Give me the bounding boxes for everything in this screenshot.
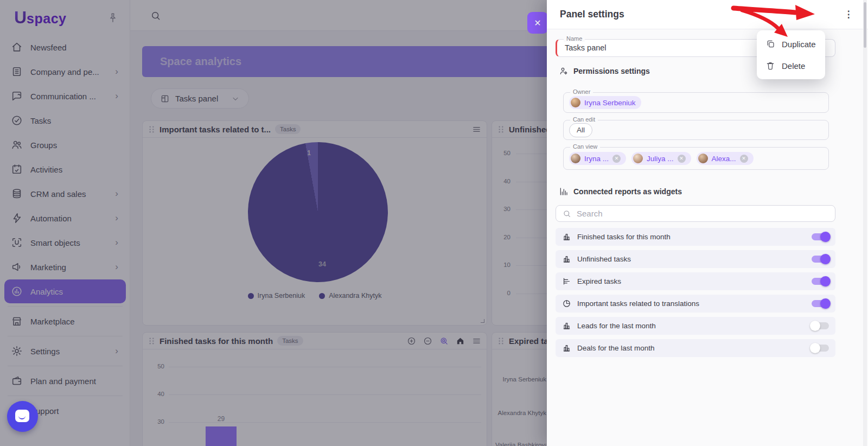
row-chart-icon xyxy=(562,277,571,286)
reports-search-input[interactable] xyxy=(556,205,835,222)
menu-item-duplicate[interactable]: Duplicate xyxy=(757,33,825,55)
bar-chart-icon xyxy=(559,187,569,196)
app-window: Uspacy NewsfeedCompany and pe...›Communi… xyxy=(0,0,868,446)
member-chip-iryna[interactable]: Iryna ...✕ xyxy=(569,152,626,165)
menu-item-label: Duplicate xyxy=(782,40,816,49)
report-toggle[interactable] xyxy=(812,345,829,352)
report-toggle[interactable] xyxy=(812,233,829,240)
report-toggle[interactable] xyxy=(812,256,829,263)
toggle-knob xyxy=(820,254,831,264)
report-label: Finished tasks for this month xyxy=(577,233,806,241)
permissions-section-heading: Permissions settings xyxy=(559,66,650,76)
report-row-unfinished-tasks: Unfinished tasks xyxy=(556,250,835,268)
owner-field[interactable]: Owner Iryna Serbeniuk xyxy=(563,92,829,113)
member-name: Juliya ... xyxy=(647,155,674,163)
user-settings-icon xyxy=(559,66,569,76)
panel-context-menu: DuplicateDelete xyxy=(757,30,825,79)
report-row-leads-for-the-last-month: Leads for the last month xyxy=(556,317,835,335)
report-row-deals-for-the-last-month: Deals for the last month xyxy=(556,339,835,357)
column-chart-icon xyxy=(562,321,571,330)
connected-reports-list: Finished tasks for this monthUnfinished … xyxy=(556,228,835,357)
avatar xyxy=(633,154,643,163)
reports-section-heading: Connected reports as widgets xyxy=(559,187,682,196)
member-name: Iryna Serbeniuk xyxy=(584,99,636,107)
report-label: Unfinished tasks xyxy=(577,255,806,263)
report-label: Leads for the last month xyxy=(577,322,806,330)
menu-item-label: Delete xyxy=(782,61,805,71)
remove-member-icon[interactable]: ✕ xyxy=(740,155,748,163)
chat-bubble-icon xyxy=(15,410,29,422)
close-panel-button[interactable]: ✕ xyxy=(527,12,548,34)
scrollbar-thumb[interactable] xyxy=(864,2,866,48)
toggle-knob xyxy=(810,343,820,353)
can-edit-field[interactable]: Can edit All xyxy=(563,120,829,140)
member-chip-juliya[interactable]: Juliya ...✕ xyxy=(631,152,691,165)
report-label: Important tasks related to translations xyxy=(577,300,806,308)
report-row-important-tasks-related-to-translations: Important tasks related to translations xyxy=(556,295,835,313)
member-chip-alexa[interactable]: Alexa...✕ xyxy=(697,152,754,165)
page-scrollbar[interactable] xyxy=(863,0,867,446)
remove-member-icon[interactable]: ✕ xyxy=(678,155,686,163)
pie-chart-icon xyxy=(562,299,571,308)
report-row-finished-tasks-for-this-month: Finished tasks for this month xyxy=(556,228,835,246)
avatar xyxy=(571,154,580,163)
avatar xyxy=(698,154,708,163)
kebab-menu-icon[interactable]: ⋮ xyxy=(842,8,855,21)
close-icon: ✕ xyxy=(534,18,541,28)
member-name: Alexa... xyxy=(712,155,736,163)
menu-item-delete[interactable]: Delete xyxy=(757,55,825,77)
can-view-field[interactable]: Can view Iryna ...✕Juliya ...✕Alexa...✕ xyxy=(563,147,829,170)
member-chip-iryna-serbeniuk[interactable]: Iryna Serbeniuk xyxy=(569,96,641,109)
trash-icon xyxy=(765,61,775,71)
toggle-knob xyxy=(820,298,831,309)
remove-member-icon[interactable]: ✕ xyxy=(612,155,621,163)
report-toggle[interactable] xyxy=(812,322,829,329)
search-icon xyxy=(563,209,571,218)
report-toggle[interactable] xyxy=(812,278,829,285)
report-toggle[interactable] xyxy=(812,300,829,307)
dim-overlay[interactable] xyxy=(0,0,547,446)
search-field[interactable] xyxy=(577,209,828,218)
column-chart-icon xyxy=(562,232,571,241)
toggle-knob xyxy=(810,321,820,331)
name-field-label: Name xyxy=(564,35,585,42)
toggle-knob xyxy=(820,232,831,242)
column-chart-icon xyxy=(562,254,571,264)
member-name: Iryna ... xyxy=(584,155,609,163)
report-label: Deals for the last month xyxy=(577,344,806,352)
panel-settings-title: Panel settings xyxy=(560,9,842,20)
copy-icon xyxy=(765,39,775,49)
column-chart-icon xyxy=(562,343,571,353)
report-label: Expired tasks xyxy=(577,277,806,285)
report-row-expired-tasks: Expired tasks xyxy=(556,272,835,290)
support-chat-button[interactable] xyxy=(7,401,38,432)
toggle-knob xyxy=(820,276,831,286)
avatar xyxy=(571,98,580,107)
member-chip-all[interactable]: All xyxy=(569,123,592,137)
